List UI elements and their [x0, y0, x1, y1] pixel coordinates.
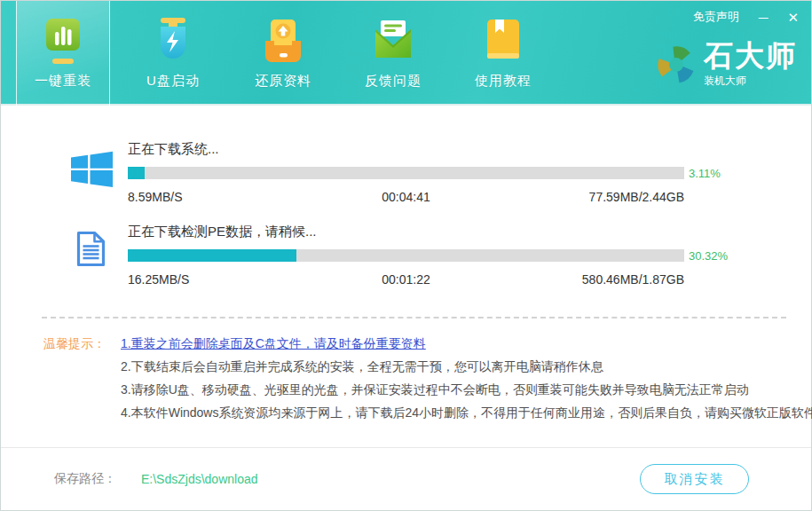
tab-label: 一键重装: [35, 73, 91, 90]
progress-bar: [128, 249, 684, 262]
main-content: 正在下载系统... 3.11% 8.59MB/S 00:04:41 77.59M…: [1, 106, 811, 424]
tab-label: 使用教程: [475, 73, 532, 90]
tab-tutorial[interactable]: 使用教程: [456, 1, 550, 106]
tab-reinstall[interactable]: 一键重装: [16, 1, 110, 106]
tip-item: 4.本软件Windows系统资源均来源于网上，请下载后24小时删除，不得用于任何…: [121, 401, 812, 424]
tips-section: 温馨提示： 1.重装之前会删除桌面及C盘文件，请及时备份重要资料 2.下载结束后…: [1, 332, 811, 424]
cancel-install-button[interactable]: 取消安装: [640, 464, 749, 494]
tab-label: 还原资料: [255, 73, 311, 90]
download-speed: 8.59MB/S: [128, 190, 182, 204]
tips-list: 1.重装之前会删除桌面及C盘文件，请及时备份重要资料 2.下载结束后会自动重启并…: [121, 332, 812, 424]
download-title: 正在下载检测PE数据，请稍候...: [128, 224, 684, 241]
brand-pinwheel-icon: [656, 43, 697, 87]
titlebar: 免责声明 ─ ✕ 一键重装: [1, 1, 811, 106]
bar-chart-icon: [43, 14, 83, 69]
tab-restore[interactable]: 还原资料: [236, 1, 330, 106]
download-size: 580.46MB/1.87GB: [582, 272, 684, 287]
disclaimer-link[interactable]: 免责声明: [693, 9, 739, 25]
save-path-label: 保存路径：: [54, 471, 116, 487]
progress-percent: 30.32%: [689, 249, 728, 263]
download-size: 77.59MB/2.44GB: [589, 190, 684, 204]
usb-drive-icon: [154, 14, 193, 69]
main-nav: 一键重装 U盘启动: [16, 1, 550, 104]
document-icon: [70, 224, 128, 287]
tip-item: 3.请移除U盘、移动硬盘、光驱里的光盘，并保证安装过程中不会断电，否则重装可能失…: [121, 378, 812, 401]
save-path: 保存路径： E:\SdsZjds\download: [54, 471, 258, 487]
download-time-remaining: 00:01:22: [382, 272, 430, 287]
windows-logo-icon: [70, 141, 128, 204]
dashed-divider: [42, 317, 786, 318]
download-time-remaining: 00:04:41: [382, 190, 430, 204]
download-speed: 16.25MB/S: [128, 272, 189, 287]
app-window: 免责声明 ─ ✕ 一键重装: [0, 0, 812, 511]
tips-label: 温馨提示：: [43, 332, 121, 424]
brand-subtitle: 装机大师: [704, 74, 797, 89]
download-title: 正在下载系统...: [128, 141, 684, 159]
tip-item-backup-warning[interactable]: 1.重装之前会删除桌面及C盘文件，请及时备份重要资料: [121, 332, 812, 355]
brand-logo: 石大师 装机大师: [656, 40, 797, 89]
tab-label: 反馈问题: [365, 73, 422, 90]
tab-feedback[interactable]: 反馈问题: [346, 1, 440, 106]
book-icon: [484, 14, 523, 69]
progress-percent: 3.11%: [689, 167, 721, 180]
download-task-system: 正在下载系统... 3.11% 8.59MB/S 00:04:41 77.59M…: [1, 141, 811, 204]
progress-fill: [128, 167, 145, 179]
close-icon[interactable]: ✕: [787, 11, 799, 24]
restore-tray-icon: [263, 14, 304, 69]
progress-bar: [128, 167, 684, 179]
window-controls: 免责声明 ─ ✕: [693, 9, 799, 25]
download-task-pe: 正在下载检测PE数据，请稍候... 30.32% 16.25MB/S 00:01…: [1, 224, 811, 287]
mail-icon: [373, 14, 414, 69]
brand-name: 石大师: [704, 40, 797, 72]
save-path-value: E:\SdsZjds\download: [141, 472, 258, 486]
minimize-icon[interactable]: ─: [759, 11, 769, 24]
tab-usb-boot[interactable]: U盘启动: [126, 1, 220, 106]
progress-fill: [128, 249, 296, 262]
tip-item: 2.下载结束后会自动重启并完成系统的安装，全程无需干预，您可以离开电脑请稍作休息: [121, 355, 812, 378]
footer-bar: 保存路径： E:\SdsZjds\download 取消安装: [1, 447, 811, 510]
tab-label: U盘启动: [146, 73, 200, 90]
